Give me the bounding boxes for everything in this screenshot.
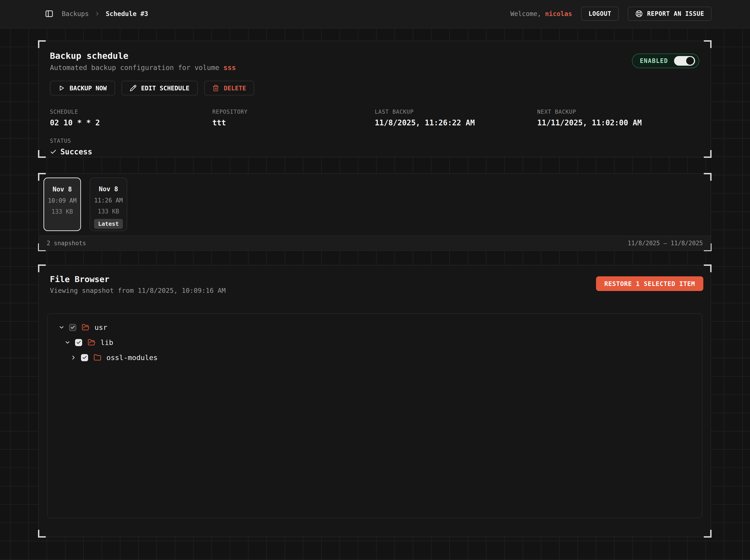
topbar: Backups Schedule #3 Welcome, nicolas LOG…: [0, 0, 750, 28]
tree-label: ossl-modules: [106, 354, 158, 362]
snapshot-count: 2 snapshots: [47, 240, 86, 246]
folder-open-icon: [87, 339, 95, 346]
edit-schedule-button[interactable]: EDIT SCHEDULE: [121, 81, 198, 95]
toggle-knob: [686, 57, 694, 65]
file-browser-subtitle: Viewing snapshot from 11/8/2025, 10:09:1…: [50, 287, 225, 295]
field-value: 11/8/2025, 11:26:22 AM: [375, 118, 537, 127]
file-browser-heading: File Browser Viewing snapshot from 11/8/…: [50, 275, 225, 295]
edit-schedule-label: EDIT SCHEDULE: [141, 85, 190, 92]
field-label: LAST BACKUP: [375, 109, 537, 115]
field-label: NEXT BACKUP: [537, 109, 700, 115]
file-browser-title: File Browser: [50, 275, 225, 284]
tree-row-ossl-modules[interactable]: ossl-modules: [47, 350, 702, 365]
corner-bracket: [704, 530, 712, 538]
field-schedule: SCHEDULE 02 10 * * 2: [50, 109, 212, 127]
logout-button-label: LOGOUT: [589, 10, 611, 17]
snapshot-date-range: 11/8/2025 – 11/8/2025: [628, 240, 703, 246]
sidebar-toggle-button[interactable]: [45, 9, 54, 18]
tree-row-usr[interactable]: usr: [47, 320, 702, 335]
tree-row-lib[interactable]: lib: [47, 335, 702, 350]
snapshot-date: Nov 8: [44, 185, 80, 193]
snapshot-time: 10:09 AM: [44, 197, 80, 204]
snapshots-footer: 2 snapshots 11/8/2025 – 11/8/2025: [39, 236, 711, 250]
delete-label: DELETE: [224, 85, 246, 92]
topbar-left: Backups Schedule #3: [45, 9, 148, 18]
checkbox-checked[interactable]: [81, 354, 88, 361]
restore-button[interactable]: RESTORE 1 SELECTED ITEM: [596, 276, 703, 291]
corner-bracket: [704, 173, 712, 181]
folder-icon: [94, 354, 101, 361]
trash-icon: [212, 85, 219, 92]
breadcrumb-backups[interactable]: Backups: [62, 10, 89, 18]
volume-name: sss: [223, 64, 236, 72]
field-value: 11/11/2025, 11:02:00 AM: [537, 118, 700, 127]
snapshots-panel: Nov 8 10:09 AM 133 KB Nov 8 11:26 AM 133…: [38, 174, 711, 251]
check-icon: [50, 148, 57, 155]
schedule-fields: SCHEDULE 02 10 * * 2 REPOSITORY ttt LAST…: [50, 109, 700, 127]
checkbox-indeterminate[interactable]: [69, 324, 76, 331]
snapshot-size: 133 KB: [90, 208, 127, 215]
folder-open-icon: [82, 323, 90, 331]
panel-left-icon: [45, 9, 54, 18]
snapshot-size: 133 KB: [44, 208, 80, 215]
backup-now-label: BACKUP NOW: [70, 85, 107, 92]
field-status: STATUS Success: [50, 138, 700, 156]
username: nicolas: [545, 10, 572, 18]
delete-button[interactable]: DELETE: [204, 81, 254, 95]
status-label: STATUS: [50, 138, 700, 144]
corner-bracket: [38, 173, 46, 181]
corner-bracket: [704, 264, 712, 272]
field-repository: REPOSITORY ttt: [212, 109, 375, 127]
latest-badge: Latest: [94, 219, 123, 229]
file-browser-panel: File Browser Viewing snapshot from 11/8/…: [38, 265, 711, 537]
lifebuoy-icon: [635, 10, 643, 18]
chevron-right-icon: [95, 11, 100, 16]
snapshot-list: Nov 8 10:09 AM 133 KB Nov 8 11:26 AM 133…: [39, 174, 711, 235]
schedule-actions: BACKUP NOW EDIT SCHEDULE DELETE: [50, 81, 700, 95]
status-text: Success: [60, 147, 92, 156]
logout-button[interactable]: LOGOUT: [581, 7, 619, 21]
field-last-backup: LAST BACKUP 11/8/2025, 11:26:22 AM: [375, 109, 537, 127]
field-label: SCHEDULE: [50, 109, 212, 115]
field-value: 02 10 * * 2: [50, 118, 212, 127]
snapshot-card-selected[interactable]: Nov 8 10:09 AM 133 KB: [43, 178, 81, 231]
schedule-subtitle: Automated backup configuration for volum…: [50, 64, 236, 72]
topbar-right: Welcome, nicolas LOGOUT REPORT AN ISSUE: [510, 7, 712, 21]
backup-now-button[interactable]: BACKUP NOW: [50, 81, 115, 95]
corner-bracket: [38, 40, 46, 48]
snapshot-card-latest[interactable]: Nov 8 11:26 AM 133 KB Latest: [90, 178, 127, 231]
corner-bracket: [704, 40, 712, 48]
schedule-panel-heading: Backup schedule Automated backup configu…: [50, 51, 236, 72]
corner-bracket: [38, 530, 46, 538]
page-title: Backup schedule: [50, 51, 236, 61]
toggle-switch[interactable]: [674, 56, 695, 66]
corner-bracket: [704, 150, 712, 158]
snapshot-time: 11:26 AM: [90, 197, 127, 204]
breadcrumb-current: Schedule #3: [106, 10, 148, 18]
enabled-label: ENABLED: [640, 57, 668, 64]
status-badge: Success: [50, 147, 700, 156]
field-next-backup: NEXT BACKUP 11/11/2025, 11:02:00 AM: [537, 109, 700, 127]
corner-bracket: [38, 150, 46, 158]
chevron-down-icon[interactable]: [58, 324, 65, 331]
report-issue-label: REPORT AN ISSUE: [647, 10, 704, 17]
tree-label: usr: [95, 323, 107, 332]
pencil-icon: [130, 85, 137, 92]
report-issue-button[interactable]: REPORT AN ISSUE: [628, 7, 712, 21]
breadcrumb: Backups Schedule #3: [62, 10, 148, 18]
field-value: ttt: [212, 118, 375, 127]
file-tree: usr lib ossl-modules: [47, 314, 703, 518]
backup-schedule-panel: Backup schedule Automated backup configu…: [38, 41, 711, 157]
chevron-down-icon[interactable]: [64, 339, 71, 346]
chevron-right-icon[interactable]: [70, 354, 77, 361]
checkbox-checked[interactable]: [75, 339, 82, 346]
tree-label: lib: [100, 338, 113, 346]
enabled-toggle[interactable]: ENABLED: [632, 54, 699, 68]
welcome-text: Welcome, nicolas: [510, 10, 572, 18]
field-label: REPOSITORY: [212, 109, 375, 115]
corner-bracket: [38, 264, 46, 272]
play-icon: [58, 85, 65, 92]
snapshot-date: Nov 8: [90, 185, 127, 193]
